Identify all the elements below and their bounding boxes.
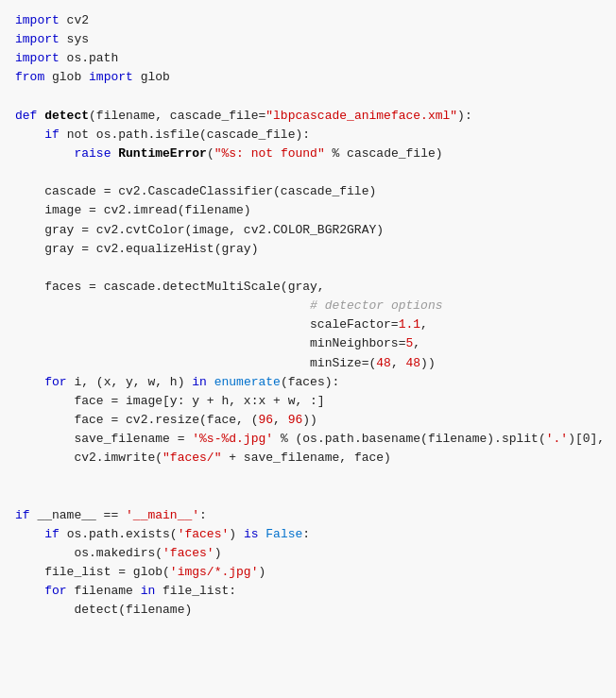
code-line: image = cv2.imread(filename) xyxy=(15,201,601,220)
token-plain: )[0], xyxy=(568,432,605,446)
code-line xyxy=(15,88,601,107)
token-plain xyxy=(207,375,214,389)
token-str: 'faces' xyxy=(178,527,230,541)
code-line: for filename in file_list: xyxy=(15,582,601,601)
code-line: from glob import glob xyxy=(15,68,601,87)
code-line: raise RuntimeError("%s: not found" % cas… xyxy=(15,145,601,163)
code-container: import cv2import sysimport os.pathfrom g… xyxy=(0,0,616,698)
code-line: if not os.path.isfile(cascade_file): xyxy=(15,126,601,145)
line-content: image = cv2.imread(filename) xyxy=(15,201,601,220)
line-content: import os.path xyxy=(15,49,601,68)
token-plain: sys xyxy=(60,32,89,46)
token-plain: save_filename = xyxy=(74,432,192,446)
code-block: import cv2import sysimport os.pathfrom g… xyxy=(0,11,616,621)
token-plain: )) xyxy=(302,413,317,427)
token-kw: import xyxy=(15,32,60,46)
token-num: 1.1 xyxy=(399,317,420,332)
token-plain: os.path xyxy=(60,51,118,65)
token-plain: file_list = glob( xyxy=(44,565,170,579)
code-line: detect(filename) xyxy=(15,601,601,620)
line-content: cv2.imwrite("faces/" + save_filename, fa… xyxy=(15,449,601,468)
code-line: minNeighbors=5, xyxy=(15,334,601,353)
code-line: scaleFactor=1.1, xyxy=(15,315,601,334)
code-line: faces = cascade.detectMultiScale(gray, xyxy=(15,278,601,297)
code-line: face = cv2.resize(face, (96, 96)) xyxy=(15,411,601,430)
code-line: save_filename = '%s-%d.jpg' % (os.path.b… xyxy=(15,430,601,449)
token-str: '.' xyxy=(546,432,568,446)
token-plain: ): xyxy=(457,109,472,123)
token-str: "faces/" xyxy=(163,451,221,465)
token-str: 'faces' xyxy=(163,546,214,560)
token-plain: cv2.imwrite( xyxy=(74,451,163,465)
code-line: def detect(filename, cascade_file="lbpca… xyxy=(15,107,601,126)
token-plain: not os.path.isfile(cascade_file): xyxy=(60,128,310,142)
token-num: 48 xyxy=(405,356,420,370)
line-content: save_filename = '%s-%d.jpg' % (os.path.b… xyxy=(15,430,605,449)
line-content: import cv2 xyxy=(15,11,601,30)
token-plain: ) xyxy=(214,546,222,560)
line-content: cascade = cv2.CascadeClassifier(cascade_… xyxy=(15,182,601,201)
token-plain: os.makedirs( xyxy=(74,546,163,560)
line-content: face = cv2.resize(face, (96, 96)) xyxy=(15,411,601,430)
code-line: for i, (x, y, w, h) in enumerate(faces): xyxy=(15,373,601,392)
code-line: import os.path xyxy=(15,49,601,68)
line-content: minSize=(48, 48)) xyxy=(15,354,601,373)
code-line: import sys xyxy=(15,30,601,49)
token-plain: glob xyxy=(44,70,89,84)
code-line: face = image[y: y + h, x:x + w, :] xyxy=(15,392,601,411)
token-plain: + save_filename, face) xyxy=(221,451,390,465)
token-kw: import xyxy=(15,13,60,27)
line-content: if __name__ == '__main__': xyxy=(15,506,601,525)
code-line: import cv2 xyxy=(15,11,601,30)
token-num: 96 xyxy=(258,413,273,427)
token-kw: def xyxy=(15,109,37,123)
token-num: 96 xyxy=(288,413,303,427)
token-str: "%s: not found" xyxy=(214,146,325,161)
token-plain: filename xyxy=(67,584,141,598)
token-plain: face = cv2.resize(face, ( xyxy=(74,413,258,427)
token-plain: i, (x, y, w, h) xyxy=(67,375,193,389)
token-kw: for xyxy=(44,584,66,598)
token-plain: gray = cv2.cvtColor(image, cv2.COLOR_BGR… xyxy=(44,223,384,237)
token-plain: glob xyxy=(133,70,170,84)
line-content: file_list = glob('imgs/*.jpg') xyxy=(15,563,601,582)
code-line: cascade = cv2.CascadeClassifier(cascade_… xyxy=(15,182,601,201)
token-builtin: False xyxy=(265,527,302,541)
token-kw: if xyxy=(15,508,30,522)
token-kw: import xyxy=(15,51,60,65)
token-plain: )) xyxy=(420,356,436,370)
line-content: scaleFactor=1.1, xyxy=(15,315,601,334)
line-content: for filename in file_list: xyxy=(15,582,601,601)
token-str: 'imgs/*.jpg' xyxy=(170,565,259,579)
token-plain: % cascade_file) xyxy=(325,146,443,161)
token-str: '__main__' xyxy=(126,508,199,522)
token-fn: RuntimeError xyxy=(118,146,207,161)
token-plain: gray = cv2.equalizeHist(gray) xyxy=(44,242,258,256)
token-kw: raise xyxy=(74,146,111,161)
token-plain: : xyxy=(302,527,310,541)
line-content: from glob import glob xyxy=(15,68,601,87)
token-plain: os.path.exists( xyxy=(60,527,178,541)
token-kw: for xyxy=(44,375,66,389)
code-line: cv2.imwrite("faces/" + save_filename, fa… xyxy=(15,449,601,468)
code-line xyxy=(15,163,601,182)
code-line xyxy=(15,259,601,278)
token-num: 48 xyxy=(376,356,391,370)
token-plain: , xyxy=(413,336,420,350)
token-plain: ) xyxy=(229,527,244,541)
token-kw: in xyxy=(141,584,156,598)
token-plain: , xyxy=(420,317,428,332)
token-kw: if xyxy=(44,128,60,142)
token-str: '%s-%d.jpg' xyxy=(192,432,273,446)
line-content: def detect(filename, cascade_file="lbpca… xyxy=(15,107,601,126)
token-kw: is xyxy=(244,527,259,541)
token-plain: ) xyxy=(258,565,265,579)
line-content: gray = cv2.equalizeHist(gray) xyxy=(15,240,601,259)
token-plain: ( xyxy=(207,146,214,161)
token-plain: , xyxy=(391,356,406,370)
line-content: os.makedirs('faces') xyxy=(15,544,601,563)
line-content: # detector options xyxy=(15,297,601,315)
token-builtin: enumerate xyxy=(214,375,281,389)
line-content: faces = cascade.detectMultiScale(gray, xyxy=(15,278,601,297)
token-plain: faces = cascade.detectMultiScale(gray, xyxy=(44,280,324,294)
